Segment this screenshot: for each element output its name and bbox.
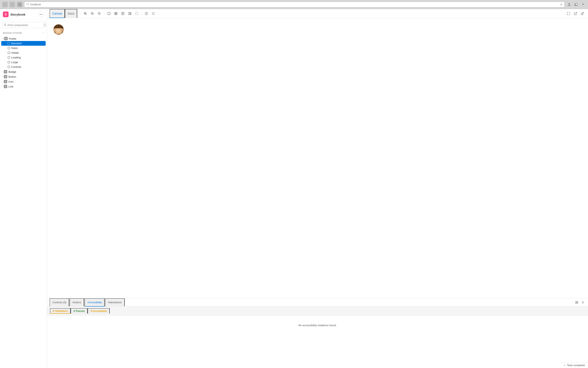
browser-tab-button[interactable] — [17, 2, 23, 7]
layout-list-button[interactable] — [127, 10, 133, 17]
story-icon-sizes — [8, 47, 10, 49]
svg-rect-37 — [115, 12, 116, 13]
tab-docs[interactable]: Docs — [65, 9, 77, 18]
avatar-face — [55, 28, 62, 34]
zoom-reset-button[interactable] — [96, 10, 102, 17]
svg-rect-3 — [575, 3, 577, 5]
toolbar-divider-3 — [142, 11, 142, 16]
search-bar[interactable]: / — [2, 22, 45, 28]
button-expand-icon: › — [3, 76, 3, 78]
svg-rect-25 — [6, 87, 6, 87]
tab-controls[interactable]: Controls (3) — [50, 298, 69, 306]
copy-link-button[interactable] — [579, 10, 586, 17]
avatar-preview — [53, 24, 64, 35]
external-link-button[interactable] — [572, 10, 579, 17]
sidebar-item-link[interactable]: › Link — [0, 84, 47, 89]
svg-rect-11 — [6, 71, 6, 72]
svg-rect-53 — [576, 303, 577, 304]
sidebar-story-sizes[interactable]: Sizes — [0, 46, 47, 50]
toolbar: Canvas Docs — [47, 9, 588, 18]
story-label-controls: Controls — [11, 65, 21, 68]
sidebar-item-button[interactable]: › Button — [0, 74, 47, 79]
svg-rect-52 — [577, 301, 578, 302]
sidebar-story-loading[interactable]: Loading — [0, 55, 47, 60]
svg-line-34 — [100, 14, 101, 15]
svg-rect-15 — [6, 76, 6, 76]
layout-zoom-button[interactable] — [120, 10, 126, 17]
reload-button[interactable]: ↺ — [560, 3, 562, 6]
add-tab-button[interactable]: + — [580, 2, 586, 7]
a11y-passes-tab[interactable]: 4 Passes — [71, 308, 88, 314]
panel-close-button[interactable] — [580, 300, 586, 305]
story-icon-controls — [8, 66, 10, 68]
story-icon-initials — [8, 52, 10, 54]
layout-full-button[interactable] — [134, 10, 140, 17]
tab-actions[interactable]: Actions — [70, 298, 84, 306]
zoom-out-button[interactable] — [89, 10, 95, 17]
canvas-area — [47, 18, 588, 298]
new-window-button[interactable] — [573, 2, 579, 7]
svg-rect-38 — [116, 12, 117, 13]
browser-forward-button[interactable]: › — [9, 2, 15, 7]
tab-interactions[interactable]: Interactions — [105, 298, 125, 306]
sidebar-item-avatar[interactable]: ▾ Avatar — [0, 36, 47, 41]
svg-rect-46 — [130, 12, 131, 15]
sidebar-more-button[interactable]: ••• — [38, 11, 44, 17]
share-button[interactable] — [566, 2, 572, 7]
story-icon-loading — [8, 56, 10, 59]
shield-icon: 🛡 — [27, 3, 29, 6]
sync-button[interactable] — [150, 10, 156, 17]
button-component-icon — [4, 75, 7, 78]
badge-component-icon — [4, 70, 7, 73]
svg-rect-36 — [108, 12, 110, 15]
layout-single-button[interactable] — [106, 10, 112, 17]
sidebar-story-controls[interactable]: Controls — [0, 64, 47, 69]
browser-back-button[interactable]: ‹ — [2, 2, 8, 7]
svg-line-27 — [86, 14, 87, 15]
info-button[interactable] — [143, 10, 150, 17]
avatar-image — [53, 24, 64, 35]
svg-rect-6 — [5, 38, 6, 38]
badge-group-label: Badge — [9, 70, 16, 73]
a11y-violations-tab[interactable]: 0 Violations — [50, 308, 71, 314]
search-input[interactable] — [8, 24, 42, 27]
link-expand-icon: › — [3, 85, 3, 88]
accessibility-content: 0 Violations 4 Passes 0 Incomplete No ac… — [47, 306, 588, 368]
address-bar[interactable]: 🛡 localhost ↺ — [24, 2, 565, 7]
svg-rect-8 — [5, 39, 6, 39]
svg-rect-1 — [18, 3, 20, 6]
svg-rect-12 — [5, 72, 5, 73]
search-shortcut: / — [43, 23, 46, 27]
icon-group-label: Icon — [9, 80, 14, 83]
design-system-label: DESIGN SYSTEM — [3, 32, 22, 34]
svg-rect-20 — [5, 82, 5, 82]
browser-right-buttons: + — [566, 2, 586, 7]
svg-rect-39 — [115, 14, 116, 15]
avatar-group-label: Avatar — [9, 37, 16, 40]
svg-rect-47 — [135, 12, 138, 15]
app-container: S Storybook ••• / DESIGN SYSTEM ⌃ — [0, 9, 588, 368]
sidebar-item-icon[interactable]: › Icon — [0, 79, 47, 84]
button-group-label: Button — [9, 75, 16, 78]
zoom-in-button[interactable] — [82, 10, 89, 17]
storybook-logo-icon: S — [3, 11, 9, 17]
sidebar-item-badge[interactable]: › Badge — [0, 69, 47, 74]
svg-line-5 — [6, 25, 6, 26]
a11y-incomplete-tab[interactable]: 0 Incomplete — [88, 308, 109, 314]
link-component-icon — [4, 85, 7, 88]
sidebar-story-standard[interactable]: Standard — [1, 41, 46, 46]
tab-canvas[interactable]: Canvas — [50, 9, 65, 18]
tab-accessibility[interactable]: Accessibility — [85, 298, 105, 306]
panel-layout-button[interactable] — [574, 300, 579, 305]
toolbar-tabs: Canvas Docs — [50, 9, 77, 18]
storybook-logo-text: Storybook — [10, 13, 25, 16]
svg-rect-7 — [6, 38, 7, 38]
layout-grid-button[interactable] — [113, 10, 119, 17]
sidebar-story-large[interactable]: Large — [0, 60, 47, 64]
svg-rect-24 — [5, 87, 5, 87]
svg-rect-17 — [6, 77, 6, 77]
status-bar: ✓ Tests completed — [560, 362, 588, 368]
tests-completed-label: Tests completed — [567, 364, 585, 367]
fullscreen-button[interactable] — [565, 10, 572, 17]
sidebar-story-initials[interactable]: Initials — [0, 50, 47, 55]
